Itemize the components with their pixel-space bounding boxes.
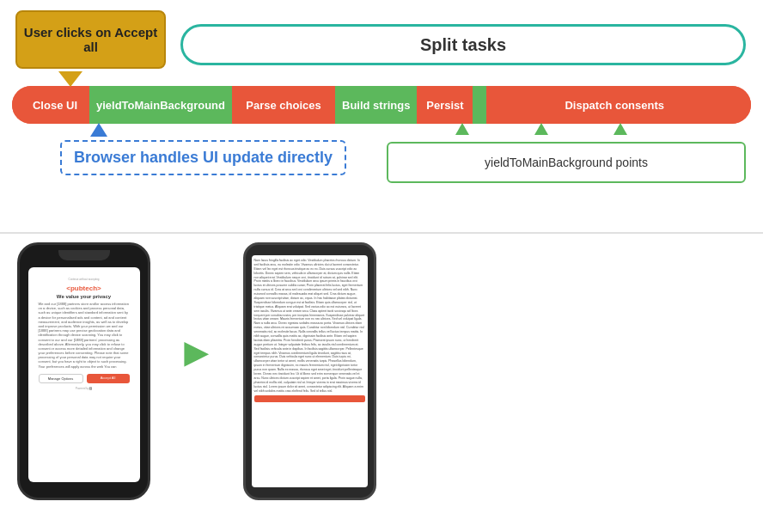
bottom-section: Continue without accepting <pubtech> We … [0,234,763,532]
lorem-text: Nam lacus fringilla facilisis ac eget od… [254,259,365,394]
yield-points-box: yieldToMainBackground points [387,142,746,183]
pipe-dispatch-green [473,86,486,124]
arrow-right-icon: ► [176,328,217,376]
arrow-down-user-icon [58,71,82,87]
accept-all-button[interactable]: Accept All [87,374,130,383]
yield-points-label: yieldToMainBackground points [485,156,648,169]
consent-body: We and our [1888] partners store and/or … [39,302,130,369]
user-clicks-label: User clicks on Accept all [17,25,164,54]
pipeline-bar: Close UI yieldToMainBackground Parse cho… [12,86,751,124]
diagram-area: User clicks on Accept all Split tasks Cl… [0,0,763,241]
phone-1-screen: Continue without accepting <pubtech> We … [28,267,140,482]
consent-continue-label: Continue without accepting [39,278,130,281]
phone-1-notch [58,250,110,260]
consent-banner: Continue without accepting <pubtech> We … [35,274,133,394]
arrow-up-yield-2-icon [534,123,548,135]
red-bar [254,395,365,402]
phone-2: Nam lacus fringilla facilisis ac eget od… [243,242,376,500]
pubtech-logo: <pubtech> [39,284,130,292]
pipe-build-strings-green: Build strings [335,86,417,124]
consent-buttons: Manage Options Accept All [39,374,130,383]
pipe-persist: Persist [417,86,473,124]
pipe-close-ui: Close UI [12,86,89,124]
phone-1: Continue without accepting <pubtech> We … [17,242,150,500]
tagline: We value your privacy [39,294,130,299]
browser-handles-text: Browser handles UI update directly [60,140,346,175]
pipe-dispatch-consents: Dispatch consents [486,86,751,124]
user-clicks-box: User clicks on Accept all [15,10,166,69]
split-tasks-label: Split tasks [420,35,506,55]
powered-by: Powered by 🅰 [39,387,130,390]
arrow-up-yield-3-icon [613,123,627,135]
arrow-up-browser-icon [90,123,107,137]
pipe-parse-choices: Parse choices [232,86,335,124]
pipe-yield-main: yieldToMainBackground [89,86,232,124]
arrow-up-yield-1-icon [455,123,469,135]
phone-2-screen: Nam lacus fringilla facilisis ac eget od… [252,255,368,487]
split-tasks-banner: Split tasks [180,24,746,65]
manage-options-button[interactable]: Manage Options [39,374,83,383]
